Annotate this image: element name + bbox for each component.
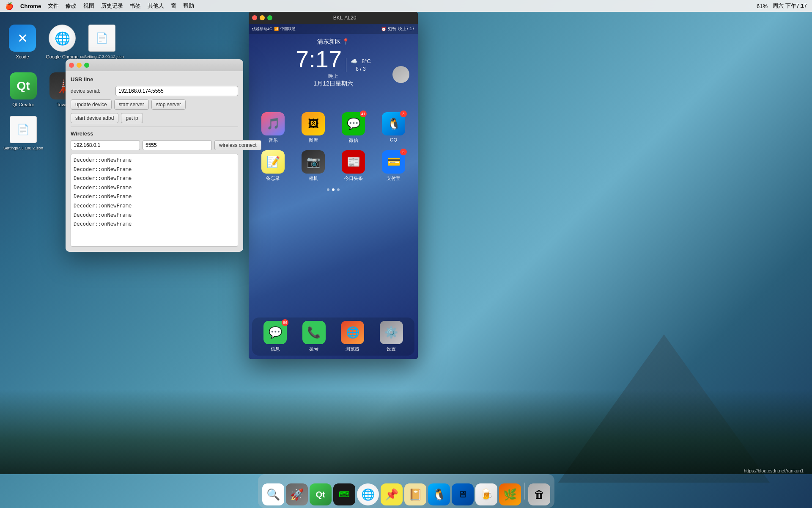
dock-separator — [524, 483, 525, 500]
app-photos[interactable]: 🖼 图库 — [295, 112, 331, 144]
phone-lock-content: 浦东新区 📍 7:17 ☁️ 8°C 8 / 3 晚上 1月12日星期六 — [249, 34, 418, 96]
alipay-app-icon[interactable]: 💳 6 — [382, 150, 405, 174]
battery-status: 61% — [757, 3, 768, 9]
wechat-label: 微信 — [349, 137, 358, 144]
dock-app9[interactable]: 🌿 — [499, 483, 521, 505]
log-line: Decoder::onNewFrame — [74, 165, 235, 174]
device-serial-input[interactable] — [115, 86, 238, 96]
menubar-left: 🍎 Chrome 文件 修改 视图 历史记录 书签 其他人 窗 帮助 — [5, 2, 194, 10]
alipay-icon: 💳 — [387, 155, 401, 168]
phone-location: 浦东新区 📍 — [257, 38, 409, 46]
wechat-app-icon[interactable]: 💬 41 — [342, 112, 365, 135]
apple-menu[interactable]: 🍎 — [5, 2, 14, 10]
dock-qq[interactable]: 🐧 — [428, 483, 450, 505]
menu-people[interactable]: 其他人 — [148, 2, 164, 10]
phone-maximize-button[interactable] — [267, 15, 272, 20]
dock-app8[interactable]: 🍺 — [475, 483, 497, 505]
xcode-icon[interactable]: ✕ Xcode — [3, 21, 41, 63]
carrier-label: 优越移动4G — [252, 26, 272, 32]
music-label: 音乐 — [269, 137, 278, 144]
qt-creator-icon[interactable]: Qt Qt Creator — [4, 69, 42, 110]
app-qq[interactable]: 🐧 3 QQ — [376, 112, 411, 144]
get-ip-button[interactable]: get ip — [121, 113, 143, 123]
log-line: Decoder::onNewFrame — [74, 192, 235, 202]
app-messages[interactable]: 💬 86 信息 — [258, 321, 292, 352]
wechat-badge: 41 — [360, 110, 367, 117]
app-camera[interactable]: 📷 相机 — [295, 150, 331, 182]
notes-app-icon[interactable]: 📝 — [261, 150, 285, 174]
phone-icon: 📞 — [307, 326, 321, 339]
app-notes[interactable]: 📝 备忘录 — [255, 150, 291, 182]
time-label: 晚上7:17 — [398, 26, 414, 32]
phone-close-button[interactable] — [252, 15, 257, 20]
start-device-adbd-button[interactable]: start device adbd — [71, 113, 118, 123]
camera-app-icon[interactable]: 📷 — [302, 150, 325, 174]
menu-help[interactable]: 帮助 — [183, 2, 194, 10]
dock-remote[interactable]: 🖥 — [452, 483, 474, 505]
menu-window[interactable]: 窗 — [171, 2, 176, 10]
phone-screen: 优越移动4G 📶 中国联通 ⏰ 81% 晚上7:17 浦东新区 📍 7:17 ☁… — [249, 24, 418, 359]
wireless-section: Wireless wireless connect — [71, 130, 238, 150]
phone-time: 7:17 — [296, 47, 342, 71]
phone-date: 1月12日星期六 — [257, 80, 409, 88]
window-maximize-button[interactable] — [84, 63, 89, 68]
toutiao-label: 今日头条 — [344, 175, 363, 182]
google-chrome-icon[interactable]: 🌐 Google Chrome — [43, 21, 81, 63]
menubar: 🍎 Chrome 文件 修改 视图 历史记录 书签 其他人 窗 帮助 61% 周… — [0, 0, 812, 12]
dock-qt[interactable]: Qt — [310, 483, 332, 505]
app-grid-row2: 📝 备忘录 📷 相机 📰 今日头条 — [249, 147, 418, 185]
dock-terminal[interactable]: ⌨ — [333, 483, 355, 505]
app-browser[interactable]: 🌐 浏览器 — [336, 321, 370, 352]
update-device-button[interactable]: update device — [71, 99, 112, 110]
menu-view[interactable]: 视图 — [83, 2, 94, 10]
browser-icon: 🌐 — [346, 326, 359, 339]
settings-app-icon[interactable]: ⚙️ — [380, 321, 403, 344]
app-music[interactable]: 🎵 音乐 — [255, 112, 291, 144]
photos-app-icon[interactable]: 🖼 — [302, 112, 325, 135]
menu-edit[interactable]: 修改 — [66, 2, 77, 10]
wireless-connect-button[interactable]: wireless connect — [214, 140, 261, 150]
weather-icon: ☁️ — [351, 58, 357, 64]
log-line: Decoder::onNewFrame — [74, 156, 235, 165]
window-minimize-button[interactable] — [77, 63, 82, 68]
app-dialer[interactable]: 📞 拨号 — [297, 321, 331, 352]
qq-icon: 🐧 — [387, 117, 401, 130]
dock-trash[interactable]: 🗑 — [528, 483, 550, 505]
toutiao-app-icon[interactable]: 📰 — [342, 150, 365, 174]
window-close-button[interactable] — [69, 63, 74, 68]
menu-bookmarks[interactable]: 书签 — [130, 2, 141, 10]
app-name[interactable]: Chrome — [20, 3, 41, 9]
wireless-port-input[interactable] — [143, 140, 212, 150]
menu-file[interactable]: 文件 — [48, 2, 59, 10]
dock-notes[interactable]: 📔 — [404, 483, 426, 505]
phone-avatar — [392, 66, 409, 83]
dot-1 — [327, 188, 329, 191]
dock-launchpad[interactable]: 🚀 — [286, 483, 308, 505]
ccsettings-file-icon[interactable]: 📄 ccSettings7.3.90.12.json — [83, 21, 121, 63]
dock-chrome[interactable]: 🌐 — [357, 483, 379, 505]
app-alipay[interactable]: 💳 6 支付宝 — [376, 150, 411, 182]
photos-label: 图库 — [309, 137, 318, 144]
menubar-right: 61% 周六 下午7:17 — [757, 2, 807, 10]
settings-file-icon[interactable]: 📄 Settings7.3.100.2.json — [4, 113, 42, 154]
app-settings[interactable]: ⚙️ 设置 — [375, 321, 409, 352]
browser-app-icon[interactable]: 🌐 — [341, 321, 364, 344]
dock-finder[interactable]: 🔍 — [262, 483, 284, 505]
start-server-button[interactable]: start server — [114, 99, 149, 110]
music-app-icon[interactable]: 🎵 — [261, 112, 285, 135]
phone-minimize-button[interactable] — [260, 15, 265, 20]
dock-stickies[interactable]: 📌 — [381, 483, 403, 505]
time-period: 晚上 — [257, 73, 409, 80]
signal-icon: 📶 — [274, 27, 279, 31]
dialer-app-icon[interactable]: 📞 — [302, 321, 326, 344]
stop-server-button[interactable]: stop server — [151, 99, 186, 110]
messages-app-icon[interactable]: 💬 86 — [263, 321, 287, 344]
app-grid-row1: 🎵 音乐 🖼 图库 💬 41 微信 — [249, 109, 418, 147]
app-wechat[interactable]: 💬 41 微信 — [335, 112, 371, 144]
settings-label: 设置 — [387, 346, 396, 352]
menu-history[interactable]: 历史记录 — [101, 2, 123, 10]
wireless-section-label: Wireless — [71, 130, 238, 137]
app-toutiao[interactable]: 📰 今日头条 — [335, 150, 371, 182]
qq-app-icon[interactable]: 🐧 3 — [382, 112, 405, 135]
wireless-ip-input[interactable] — [71, 140, 140, 150]
